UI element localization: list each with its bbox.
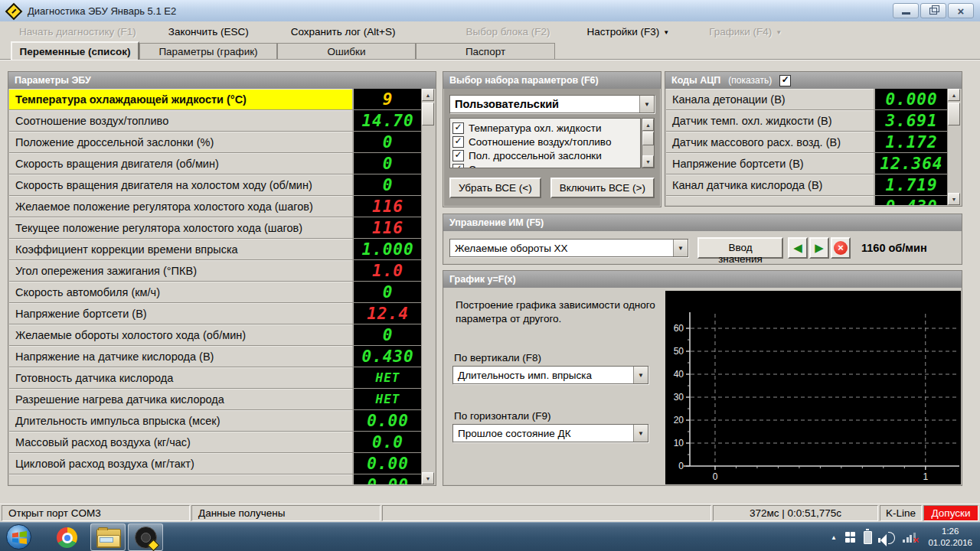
tab-variables-list[interactable]: Переменные (список) [11, 41, 139, 60]
param-row[interactable]: Датчик массового расх. возд. (В)1.172 [666, 132, 948, 153]
tab-passport[interactable]: Паспорт [416, 43, 555, 59]
chrome-taskbar-icon[interactable] [57, 527, 77, 548]
start-button[interactable] [6, 524, 31, 549]
param-row[interactable]: Длительность импульса впрыска (мсек)0.00 [9, 410, 422, 432]
param-label: Скорость вращения двигателя на холостом … [9, 174, 352, 195]
preset-dropdown[interactable]: Пользовательский ▼ [449, 95, 655, 113]
param-row[interactable]: Угол опережения зажигания (°ПКВ)1.0 [9, 260, 422, 282]
taskbar-clock[interactable]: 1:26 01.02.2016 [928, 526, 972, 549]
param-row[interactable]: Напряжение бортсети (В)12.364 [666, 153, 948, 174]
param-row[interactable]: Соотношение воздух/топливо14.70 [9, 110, 422, 132]
horizontal-axis-dropdown[interactable]: Прошлое состояние ДК ▼ [452, 424, 648, 442]
battery-icon[interactable] [864, 531, 872, 544]
adc-scrollbar[interactable]: ▲ ▼ [947, 89, 961, 205]
checklist-scrollbar[interactable]: ▲ ▼ [642, 118, 655, 168]
restore-button[interactable] [920, 3, 946, 18]
stop-button[interactable]: × [831, 237, 851, 259]
scroll-down-icon[interactable]: ▼ [642, 155, 654, 168]
explorer-taskbar-button[interactable] [90, 523, 126, 551]
param-value-display: 0.430 [352, 346, 422, 367]
tab-parameters-graph[interactable]: Параметры (график) [139, 43, 277, 59]
param-row[interactable]: Желаемые обороты холостого хода (об/мин)… [9, 324, 422, 346]
param-row[interactable]: 0.430 [666, 196, 948, 205]
param-value-display: 1.172 [874, 132, 948, 152]
menu-item-graphs: Графики (F4)▼ [709, 26, 782, 37]
remove-all-button[interactable]: Убрать ВСЕ (<) [449, 178, 541, 198]
param-row[interactable]: Напряжение на датчике кислорода (В)0.430 [9, 346, 422, 367]
svg-text:1: 1 [923, 471, 928, 482]
params-scrollbar[interactable]: ▲ ▼ [421, 89, 435, 484]
close-button[interactable]: × [948, 3, 974, 18]
checkbox-icon[interactable]: ✓ [452, 122, 464, 134]
vertical-axis-dropdown[interactable]: Длительность имп. впрыска ▼ [452, 366, 648, 384]
param-row[interactable]: Положение дроссельной заслонки (%)0 [9, 132, 422, 153]
checkbox-icon[interactable]: ✓ [452, 164, 464, 169]
param-value-display: 0 [352, 324, 422, 345]
scroll-up-icon[interactable]: ▲ [948, 89, 960, 101]
param-value-display: 1.0 [352, 260, 422, 281]
param-row[interactable]: Напряжение бортсети (В)12.4 [9, 303, 422, 324]
param-label: Напряжение бортсети (В) [666, 153, 874, 174]
scroll-down-icon[interactable]: ▼ [422, 472, 434, 484]
scroll-thumb[interactable] [948, 103, 960, 126]
chevron-down-icon[interactable]: ▼ [639, 96, 654, 112]
param-row[interactable]: Канала детонации (В)0.000 [666, 89, 948, 110]
param-row[interactable]: Скорость вращения двигателя (об/мин)0 [9, 153, 422, 174]
param-label: Датчик темп. охл. жидкости (В) [666, 110, 874, 131]
chevron-down-icon[interactable]: ▼ [633, 367, 648, 383]
checklist-item[interactable]: ✓Соотношение воздух/топливо [452, 135, 640, 148]
param-row[interactable]: Текущее положение регулятора холостого х… [9, 217, 422, 239]
tab-errors[interactable]: Ошибки [277, 43, 416, 59]
checkbox-icon[interactable]: ✓ [452, 150, 464, 161]
param-row[interactable]: Датчик темп. охл. жидкости (В)3.691 [666, 110, 948, 132]
svg-text:10: 10 [674, 438, 684, 448]
chevron-down-icon[interactable]: ▼ [633, 425, 648, 442]
adc-show-checkbox[interactable]: ✓ [779, 75, 791, 86]
enter-value-button[interactable]: Ввод значения [697, 237, 783, 259]
menu-item-label: Начать диагностику (F1) [19, 26, 136, 37]
actuator-dropdown[interactable]: Желаемые обороты ХХ ▼ [449, 239, 688, 257]
minimize-icon [902, 12, 910, 15]
param-row[interactable]: Коэффициент коррекции времени впрыска1.0… [9, 239, 422, 260]
menu-item-settings[interactable]: Настройки (F3)▼ [587, 26, 670, 37]
chevron-down-icon[interactable]: ▼ [673, 240, 688, 256]
scroll-thumb[interactable] [422, 103, 434, 126]
clock-time: 1:26 [942, 527, 959, 536]
chart-plot-area: 010203040506001 [665, 291, 961, 484]
param-row[interactable]: Желаемое положение регулятора холостого … [9, 196, 422, 217]
scroll-up-icon[interactable]: ▲ [422, 89, 434, 101]
hidden-icons-button[interactable]: ▲ [831, 534, 837, 541]
checklist-item[interactable]: ✓Пол. дроссельной заслонки [452, 148, 640, 162]
include-all-button[interactable]: Включить ВСЕ (>) [550, 178, 655, 198]
scroll-up-icon[interactable]: ▲ [642, 119, 654, 131]
network-error-icon[interactable]: × [903, 531, 916, 543]
menu-item-label: Сохранить лог (Alt+S) [291, 26, 396, 37]
checklist-item[interactable]: ✓Скорость вращения двиг [452, 162, 640, 168]
diagnostics-app-taskbar-button[interactable] [128, 523, 163, 551]
param-row[interactable]: Скорость вращения двигателя на холостом … [9, 174, 422, 196]
param-label: Скорость автомобиля (км/ч) [9, 282, 352, 302]
checklist-item-label: Соотношение воздух/топливо [469, 136, 611, 148]
increase-button[interactable]: ▶ [809, 237, 829, 259]
param-row[interactable]: Массовый расход воздуха (кг/час)0.0 [9, 432, 422, 453]
param-row[interactable]: 0.00 [9, 474, 422, 484]
param-row[interactable]: Температура охлаждающей жидкости (°C)9 [9, 89, 422, 110]
adc-codes-panel: Коды АЦП (показать) ✓ Канала детонации (… [665, 71, 962, 207]
param-row[interactable]: Канал датчика кислорода (В)1.719 [666, 174, 948, 196]
scroll-thumb[interactable] [642, 132, 654, 145]
decrease-button[interactable]: ◀ [788, 237, 808, 259]
checkbox-icon[interactable]: ✓ [452, 136, 464, 148]
param-value-display: НЕТ [352, 389, 422, 409]
volume-icon[interactable] [880, 531, 894, 543]
menu-item-save-log[interactable]: Сохранить лог (Alt+S) [291, 26, 396, 37]
scroll-down-icon[interactable]: ▼ [948, 193, 960, 205]
param-row[interactable]: Цикловой расход воздуха (мг/такт)0.00 [9, 453, 422, 474]
minimize-button[interactable] [893, 3, 919, 18]
param-row[interactable]: Готовность датчика кислородаНЕТ [9, 367, 422, 389]
param-row[interactable]: Разрешение нагрева датчика кислородаНЕТ [9, 389, 422, 410]
checklist-item[interactable]: ✓Температура охл. жидкости [452, 121, 640, 135]
param-row[interactable]: Скорость автомобиля (км/ч)0 [9, 282, 422, 303]
windows-update-icon[interactable] [845, 532, 856, 543]
titlebar[interactable]: Диагностика ЭБУ Январь 5.1 Е2 × [0, 0, 980, 22]
menu-item-finish[interactable]: Закончить (ESC) [168, 26, 249, 37]
